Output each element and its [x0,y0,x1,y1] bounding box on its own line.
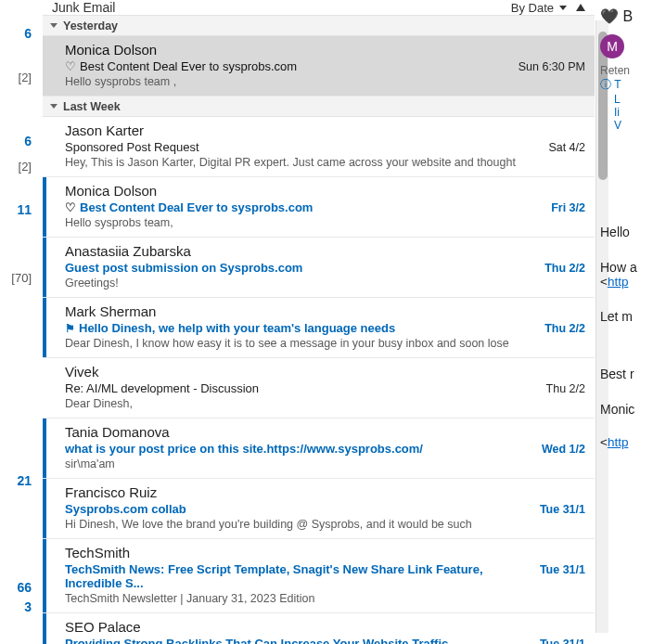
message-from: Monica Dolson [65,183,544,199]
heart-icon: 🖤 B [600,7,653,25]
message-row[interactable]: TechSmithTechSmith News: Free Script Tem… [43,539,595,613]
folder-name: Junk Email [52,0,115,15]
info-line-2: L [600,93,653,106]
arrow-up-icon[interactable] [576,4,585,11]
body-link-1[interactable]: <http [600,275,653,289]
message-from: Anastasiia Zubarska [65,243,537,259]
message-subject: ♡Best Content Deal Ever to sysprobs.com [65,200,544,214]
count-value: 3 [0,599,37,614]
message-row[interactable]: Monica Dolson♡Best Content Deal Ever to … [43,177,595,238]
heart-icon: ♡ [65,200,76,214]
count-value: 66 [0,580,37,595]
reading-subject-start: B [622,8,633,24]
message-from: Jason Karter [65,122,541,138]
message-preview: sir\ma'am [65,457,534,470]
group-header[interactable]: Yesterday [43,16,595,36]
heart-icon: ♡ [65,59,76,73]
message-row[interactable]: Jason KarterSponsored Post RequestHey, T… [43,117,595,177]
group-label: Yesterday [63,19,118,32]
message-row[interactable]: Mark Sherman⚑Hello Dinesh, we help with … [43,298,595,358]
message-preview: Hello sysprobs team , [65,75,511,88]
count-value: [70] [0,271,37,285]
group-label: Last Week [63,100,121,113]
message-subject: what is your post price on this site.htt… [65,442,534,456]
message-from: Mark Sherman [65,303,537,319]
sort-label: By Date [511,1,554,15]
chevron-down-icon [50,104,58,109]
sort-control[interactable]: By Date [511,1,585,15]
folder-counts-column: 6[2]6[2]11[70]21663 [0,0,43,644]
message-row[interactable]: Tania Domanovawhat is your post price on… [43,419,595,479]
message-subject: Sponsored Post Request [65,140,541,154]
count-value: [2] [0,160,37,174]
message-preview: TechSmith Newsletter | January 31, 2023 … [65,592,532,605]
body-line-5: Monic [600,402,653,417]
message-subject: TechSmith News: Free Script Template, Sn… [65,562,532,590]
message-preview: Hey, This is Jason Karter, Digital PR ex… [65,156,541,169]
message-subject: Guest post submission on Sysprobs.com [65,261,537,275]
reading-pane: 🖤 B M Reten ⓘ T L Ii V Hello How a <http… [595,0,653,644]
info-line-4: V [600,119,653,132]
message-preview: Greetings! [65,277,537,290]
message-row[interactable]: Francisco RuizSysprobs.com collabHi Dine… [43,479,595,539]
body-line-4: Best r [600,367,653,381]
message-preview: Dear Dinesh, I know how easy it is to se… [65,337,537,350]
group-header[interactable]: Last Week [43,97,595,117]
message-from: Francisco Ruiz [65,484,532,500]
count-value: [2] [0,71,37,84]
message-date: Thu 2/2 [544,262,585,275]
flag-icon: ⚑ [65,322,75,335]
count-value: 11 [0,202,37,217]
message-date: Tue 31/1 [540,503,585,516]
info-line-3: Ii [600,106,653,119]
message-from: Vivek [65,364,539,380]
message-subject: Providing Strong Backlinks That Can Incr… [65,637,532,644]
count-value: 6 [0,26,37,41]
body-link-2[interactable]: <http [600,435,653,449]
avatar: M [600,34,624,58]
message-preview: Hello sysprobs team, [65,216,544,229]
count-value: 6 [0,134,37,148]
folder-header: Junk Email By Date [43,0,595,16]
message-date: Fri 3/2 [551,201,585,214]
body-line-3: Let m [600,309,653,324]
message-date: Tue 31/1 [540,563,585,576]
message-subject: ⚑Hello Dinesh, we help with your team's … [65,321,537,335]
message-subject: Re: AI/ML development - Discussion [65,381,539,395]
info-icon-row: ⓘ T [600,77,653,93]
message-row[interactable]: Anastasiia ZubarskaGuest post submission… [43,238,595,298]
message-subject: ♡Best Content Deal Ever to sysprobs.com [65,59,511,73]
retention-label: Reten [600,64,653,77]
body-line-2: How a [600,260,653,275]
message-date: Sat 4/2 [548,141,585,154]
message-row[interactable]: Monica Dolson♡Best Content Deal Ever to … [43,36,595,97]
body-line-1: Hello [600,225,653,239]
message-from: Monica Dolson [65,42,511,58]
message-row[interactable]: SEO PalaceProviding Strong Backlinks Tha… [43,613,595,644]
message-date: Wed 1/2 [542,443,585,456]
message-from: SEO Palace [65,619,532,635]
message-subject: Sysprobs.com collab [65,502,532,516]
message-preview: Hi Dinesh, We love the brand you're buil… [65,518,532,531]
message-date: Thu 2/2 [544,322,585,335]
chevron-down-icon [559,6,567,10]
message-row[interactable]: VivekRe: AI/ML development - DiscussionD… [43,358,595,419]
message-from: Tania Domanova [65,424,534,440]
message-from: TechSmith [65,545,532,560]
message-preview: Dear Dinesh, [65,397,539,410]
message-list-column: Junk Email By Date YesterdayMonica Dolso… [43,0,595,644]
count-value: 21 [0,473,37,488]
message-date: Tue 31/1 [540,638,585,644]
message-date: Thu 2/2 [546,382,585,395]
chevron-down-icon [50,23,58,28]
message-date: Sun 6:30 PM [519,60,585,73]
